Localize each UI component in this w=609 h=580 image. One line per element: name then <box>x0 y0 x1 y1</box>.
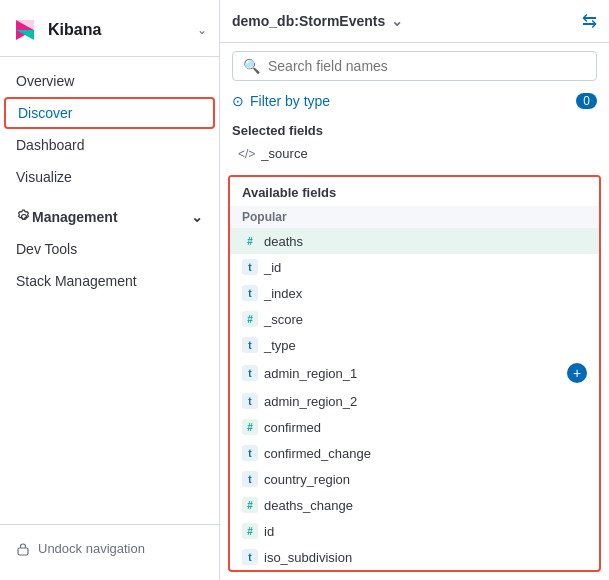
field-item-_type[interactable]: t _type <box>230 332 599 358</box>
field-item-_score[interactable]: # _score <box>230 306 599 332</box>
management-section: Management ⌄ Dev Tools Stack Management <box>0 201 219 297</box>
selected-fields-section: Selected fields </> _source <box>220 117 609 171</box>
field-type-t: t <box>242 285 258 301</box>
filter-icon: ⊙ <box>232 93 244 109</box>
sidebar-item-dashboard[interactable]: Dashboard <box>0 129 219 161</box>
kibana-logo-icon <box>12 16 40 44</box>
field-type-t: t <box>242 393 258 409</box>
field-item-iso_subdivision[interactable]: t iso_subdivision <box>230 544 599 570</box>
kibana-title: Kibana <box>48 21 101 39</box>
field-type-hash: # <box>242 311 258 327</box>
undock-navigation[interactable]: Undock navigation <box>16 533 203 564</box>
available-fields-section: Available fields Popular # deaths t _id … <box>228 175 601 572</box>
filter-bar: ⊙ Filter by type 0 <box>220 89 609 117</box>
sidebar: Kibana ⌄ Overview Discover Dashboard Vis… <box>0 0 220 580</box>
field-item-deaths_change[interactable]: # deaths_change <box>230 492 599 518</box>
field-item-country_region[interactable]: t country_region <box>230 466 599 492</box>
field-item-_id[interactable]: t _id <box>230 254 599 280</box>
management-chevron: ⌄ <box>191 209 203 225</box>
field-item-deaths[interactable]: # deaths <box>230 228 599 254</box>
field-type-t: t <box>242 549 258 565</box>
sidebar-item-visualize[interactable]: Visualize <box>0 161 219 193</box>
gear-icon <box>16 209 32 225</box>
field-type-hash: # <box>242 233 258 249</box>
db-chevron: ⌄ <box>391 13 403 29</box>
field-type-t: t <box>242 445 258 461</box>
selected-field-source[interactable]: </> _source <box>232 142 597 165</box>
search-bar: 🔍 <box>232 51 597 81</box>
sidebar-bottom: Undock navigation <box>0 524 219 580</box>
field-type-t: t <box>242 365 258 381</box>
sidebar-item-discover[interactable]: Discover <box>4 97 215 129</box>
header-icon[interactable]: ⇆ <box>582 10 597 32</box>
kibana-chevron[interactable]: ⌄ <box>197 23 207 37</box>
field-item-confirmed[interactable]: # confirmed <box>230 414 599 440</box>
sidebar-nav: Overview Discover Dashboard Visualize Ma… <box>0 57 219 524</box>
source-icon: </> <box>238 147 255 161</box>
field-item-_index[interactable]: t _index <box>230 280 599 306</box>
popular-label: Popular <box>230 206 599 228</box>
sidebar-item-dev-tools[interactable]: Dev Tools <box>0 233 219 265</box>
lock-icon <box>16 542 30 556</box>
kibana-logo[interactable]: Kibana <box>12 16 101 44</box>
filter-count: 0 <box>576 93 597 109</box>
available-fields-header: Available fields <box>230 177 599 206</box>
sidebar-item-overview[interactable]: Overview <box>0 65 219 97</box>
field-type-hash: # <box>242 419 258 435</box>
sidebar-item-stack-management[interactable]: Stack Management <box>0 265 219 297</box>
field-type-t: t <box>242 337 258 353</box>
field-type-t: t <box>242 259 258 275</box>
search-input[interactable] <box>268 58 586 74</box>
field-type-hash: # <box>242 497 258 513</box>
field-item-id[interactable]: # id <box>230 518 599 544</box>
main-content: demo_db:StormEvents ⌄ ⇆ 🔍 ⊙ Filter by ty… <box>220 0 609 580</box>
selected-fields-label: Selected fields <box>232 123 597 138</box>
filter-by-type[interactable]: ⊙ Filter by type <box>232 93 330 109</box>
field-type-hash: # <box>242 523 258 539</box>
search-icon: 🔍 <box>243 58 260 74</box>
svg-rect-4 <box>18 548 28 555</box>
add-field-button[interactable]: + <box>567 363 587 383</box>
field-item-confirmed_change[interactable]: t confirmed_change <box>230 440 599 466</box>
field-type-t: t <box>242 471 258 487</box>
field-item-admin_region_1[interactable]: t admin_region_1 + <box>230 358 599 388</box>
db-title[interactable]: demo_db:StormEvents ⌄ <box>232 13 403 29</box>
management-section-header[interactable]: Management ⌄ <box>0 201 219 233</box>
field-item-admin_region_2[interactable]: t admin_region_2 <box>230 388 599 414</box>
sidebar-header: Kibana ⌄ <box>0 0 219 57</box>
main-header: demo_db:StormEvents ⌄ ⇆ <box>220 0 609 43</box>
